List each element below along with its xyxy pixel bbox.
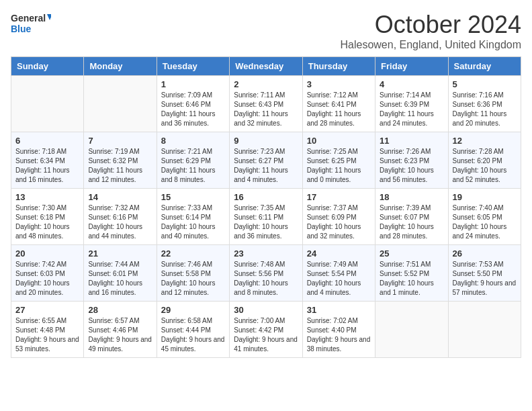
day-cell-5-5: 31Sunrise: 7:02 AM Sunset: 4:40 PM Dayli…: [302, 302, 375, 358]
logo-svg: General Blue: [11, 11, 51, 38]
day-number: 26: [453, 248, 517, 259]
day-info: Sunrise: 7:30 AM Sunset: 6:18 PM Dayligh…: [15, 203, 79, 241]
day-number: 8: [161, 136, 225, 146]
calendar-header-row: Sunday Monday Tuesday Wednesday Thursday…: [11, 57, 521, 76]
day-info: Sunrise: 7:48 AM Sunset: 5:56 PM Dayligh…: [234, 260, 298, 298]
svg-marker-2: [47, 14, 51, 20]
day-info: Sunrise: 7:18 AM Sunset: 6:34 PM Dayligh…: [15, 147, 79, 185]
day-info: Sunrise: 7:16 AM Sunset: 6:36 PM Dayligh…: [453, 91, 517, 128]
day-cell-4-1: 20Sunrise: 7:42 AM Sunset: 6:03 PM Dayli…: [11, 245, 84, 302]
day-cell-5-3: 29Sunrise: 6:58 AM Sunset: 4:44 PM Dayli…: [157, 302, 229, 358]
day-cell-3-2: 14Sunrise: 7:32 AM Sunset: 6:16 PM Dayli…: [84, 189, 157, 245]
day-number: 16: [234, 192, 298, 202]
day-cell-1-2: [84, 76, 157, 132]
logo: General Blue: [11, 11, 51, 38]
week-row-3: 13Sunrise: 7:30 AM Sunset: 6:18 PM Dayli…: [11, 189, 521, 245]
day-number: 30: [234, 305, 298, 315]
day-info: Sunrise: 7:19 AM Sunset: 6:32 PM Dayligh…: [88, 147, 152, 185]
day-info: Sunrise: 6:55 AM Sunset: 4:48 PM Dayligh…: [15, 316, 79, 354]
day-info: Sunrise: 7:14 AM Sunset: 6:39 PM Dayligh…: [380, 91, 443, 128]
title-section: October 2024 Halesowen, England, United …: [341, 11, 522, 51]
day-info: Sunrise: 7:25 AM Sunset: 6:25 PM Dayligh…: [307, 147, 371, 185]
day-cell-3-7: 19Sunrise: 7:40 AM Sunset: 6:05 PM Dayli…: [448, 189, 521, 245]
day-number: 22: [161, 248, 225, 259]
svg-text:Blue: Blue: [11, 24, 32, 34]
day-cell-5-4: 30Sunrise: 7:00 AM Sunset: 4:42 PM Dayli…: [230, 302, 302, 358]
day-info: Sunrise: 7:37 AM Sunset: 6:09 PM Dayligh…: [307, 203, 371, 241]
day-number: 29: [161, 305, 225, 315]
day-info: Sunrise: 7:44 AM Sunset: 6:01 PM Dayligh…: [88, 260, 152, 298]
day-cell-1-1: [11, 76, 84, 132]
week-row-2: 6Sunrise: 7:18 AM Sunset: 6:34 PM Daylig…: [11, 132, 521, 189]
day-cell-1-7: 5Sunrise: 7:16 AM Sunset: 6:36 PM Daylig…: [448, 76, 521, 132]
week-row-4: 20Sunrise: 7:42 AM Sunset: 6:03 PM Dayli…: [11, 245, 521, 302]
day-number: 11: [380, 136, 443, 146]
header-monday: Monday: [84, 57, 157, 76]
day-cell-1-3: 1Sunrise: 7:09 AM Sunset: 6:46 PM Daylig…: [157, 76, 229, 132]
day-number: 6: [15, 136, 79, 146]
day-number: 17: [307, 192, 371, 202]
day-cell-1-5: 3Sunrise: 7:12 AM Sunset: 6:41 PM Daylig…: [302, 76, 375, 132]
day-cell-4-4: 23Sunrise: 7:48 AM Sunset: 5:56 PM Dayli…: [230, 245, 302, 302]
week-row-1: 1Sunrise: 7:09 AM Sunset: 6:46 PM Daylig…: [11, 76, 521, 132]
day-cell-5-2: 28Sunrise: 6:57 AM Sunset: 4:46 PM Dayli…: [84, 302, 157, 358]
day-cell-4-5: 24Sunrise: 7:49 AM Sunset: 5:54 PM Dayli…: [302, 245, 375, 302]
day-cell-4-7: 26Sunrise: 7:53 AM Sunset: 5:50 PM Dayli…: [448, 245, 521, 302]
day-info: Sunrise: 7:39 AM Sunset: 6:07 PM Dayligh…: [380, 203, 443, 241]
day-number: 14: [88, 192, 152, 202]
day-number: 1: [161, 79, 225, 89]
day-cell-5-6: [375, 302, 448, 358]
day-cell-3-5: 17Sunrise: 7:37 AM Sunset: 6:09 PM Dayli…: [302, 189, 375, 245]
header-tuesday: Tuesday: [157, 57, 229, 76]
day-cell-4-6: 25Sunrise: 7:51 AM Sunset: 5:52 PM Dayli…: [375, 245, 448, 302]
header-sunday: Sunday: [11, 57, 84, 76]
day-number: 7: [88, 136, 152, 146]
day-cell-3-3: 15Sunrise: 7:33 AM Sunset: 6:14 PM Dayli…: [157, 189, 229, 245]
day-number: 3: [307, 79, 371, 89]
day-number: 5: [453, 79, 517, 89]
day-cell-4-2: 21Sunrise: 7:44 AM Sunset: 6:01 PM Dayli…: [84, 245, 157, 302]
day-cell-2-4: 9Sunrise: 7:23 AM Sunset: 6:27 PM Daylig…: [230, 132, 302, 189]
day-number: 18: [380, 192, 443, 202]
day-info: Sunrise: 7:42 AM Sunset: 6:03 PM Dayligh…: [15, 260, 79, 298]
day-cell-2-7: 12Sunrise: 7:28 AM Sunset: 6:20 PM Dayli…: [448, 132, 521, 189]
day-info: Sunrise: 7:53 AM Sunset: 5:50 PM Dayligh…: [453, 260, 517, 298]
day-info: Sunrise: 7:26 AM Sunset: 6:23 PM Dayligh…: [380, 147, 443, 185]
svg-text:General: General: [11, 13, 46, 24]
day-info: Sunrise: 6:57 AM Sunset: 4:46 PM Dayligh…: [88, 316, 152, 354]
header-saturday: Saturday: [448, 57, 521, 76]
day-cell-2-1: 6Sunrise: 7:18 AM Sunset: 6:34 PM Daylig…: [11, 132, 84, 189]
page-header: General Blue October 2024 Halesowen, Eng…: [11, 11, 521, 51]
day-info: Sunrise: 7:02 AM Sunset: 4:40 PM Dayligh…: [307, 316, 371, 354]
day-cell-2-5: 10Sunrise: 7:25 AM Sunset: 6:25 PM Dayli…: [302, 132, 375, 189]
day-number: 21: [88, 248, 152, 259]
day-info: Sunrise: 7:33 AM Sunset: 6:14 PM Dayligh…: [161, 203, 225, 241]
day-cell-1-6: 4Sunrise: 7:14 AM Sunset: 6:39 PM Daylig…: [375, 76, 448, 132]
day-number: 2: [234, 79, 298, 89]
week-row-5: 27Sunrise: 6:55 AM Sunset: 4:48 PM Dayli…: [11, 302, 521, 358]
day-cell-3-6: 18Sunrise: 7:39 AM Sunset: 6:07 PM Dayli…: [375, 189, 448, 245]
day-number: 13: [15, 192, 79, 202]
day-cell-2-6: 11Sunrise: 7:26 AM Sunset: 6:23 PM Dayli…: [375, 132, 448, 189]
day-cell-3-4: 16Sunrise: 7:35 AM Sunset: 6:11 PM Dayli…: [230, 189, 302, 245]
day-info: Sunrise: 7:46 AM Sunset: 5:58 PM Dayligh…: [161, 260, 225, 298]
day-number: 20: [15, 248, 79, 259]
day-info: Sunrise: 7:23 AM Sunset: 6:27 PM Dayligh…: [234, 147, 298, 185]
day-number: 19: [453, 192, 517, 202]
day-number: 31: [307, 305, 371, 315]
day-number: 15: [161, 192, 225, 202]
day-info: Sunrise: 7:35 AM Sunset: 6:11 PM Dayligh…: [234, 203, 298, 241]
day-info: Sunrise: 7:28 AM Sunset: 6:20 PM Dayligh…: [453, 147, 517, 185]
header-thursday: Thursday: [302, 57, 375, 76]
day-info: Sunrise: 7:09 AM Sunset: 6:46 PM Dayligh…: [161, 91, 225, 128]
day-cell-1-4: 2Sunrise: 7:11 AM Sunset: 6:43 PM Daylig…: [230, 76, 302, 132]
day-number: 28: [88, 305, 152, 315]
day-number: 12: [453, 136, 517, 146]
day-info: Sunrise: 7:00 AM Sunset: 4:42 PM Dayligh…: [234, 316, 298, 354]
month-title: October 2024: [341, 11, 522, 39]
location-subtitle: Halesowen, England, United Kingdom: [341, 39, 522, 51]
day-number: 4: [380, 79, 443, 89]
header-wednesday: Wednesday: [230, 57, 302, 76]
day-number: 23: [234, 248, 298, 259]
day-number: 27: [15, 305, 79, 315]
